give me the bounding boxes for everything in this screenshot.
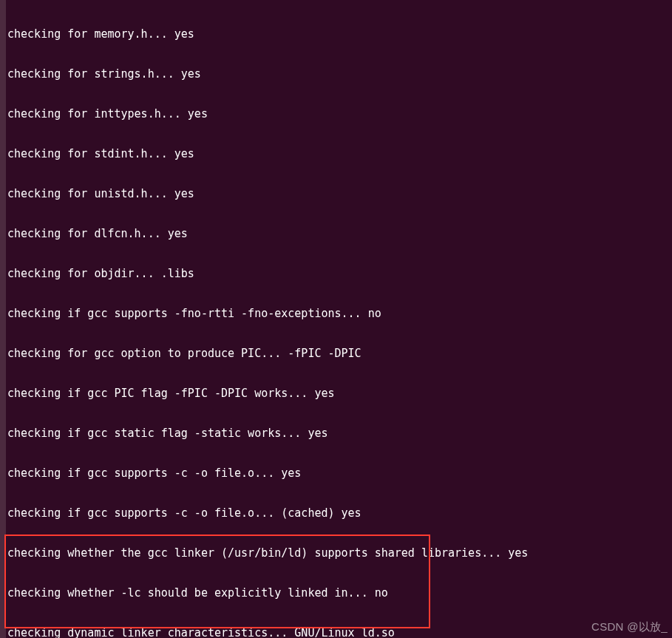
output-line: checking dynamic linker characteristics.…	[7, 626, 672, 638]
left-gutter	[0, 0, 6, 638]
output-line: checking for inttypes.h... yes	[7, 107, 672, 121]
output-line: checking for gcc option to produce PIC..…	[7, 347, 672, 360]
output-line: checking for objdir... .libs	[7, 267, 672, 280]
output-line: checking for dlfcn.h... yes	[7, 227, 672, 240]
output-line: checking if gcc static flag -static work…	[7, 427, 672, 440]
output-line: checking for unistd.h... yes	[7, 187, 672, 200]
output-line: checking if gcc supports -c -o file.o...…	[7, 466, 672, 480]
output-line: checking for stdint.h... yes	[7, 147, 672, 160]
output-line: checking for strings.h... yes	[7, 67, 672, 81]
watermark-text: CSDN @以放_	[591, 620, 668, 634]
terminal-output[interactable]: checking for memory.h... yes checking fo…	[7, 1, 672, 638]
output-line: checking whether the gcc linker (/usr/bi…	[7, 546, 672, 560]
output-line: checking if gcc PIC flag -fPIC -DPIC wor…	[7, 387, 672, 400]
output-line: checking for memory.h... yes	[7, 27, 672, 41]
output-line: checking if gcc supports -fno-rtti -fno-…	[7, 307, 672, 320]
output-line: checking whether -lc should be explicitl…	[7, 586, 672, 600]
output-line: checking if gcc supports -c -o file.o...…	[7, 506, 672, 520]
